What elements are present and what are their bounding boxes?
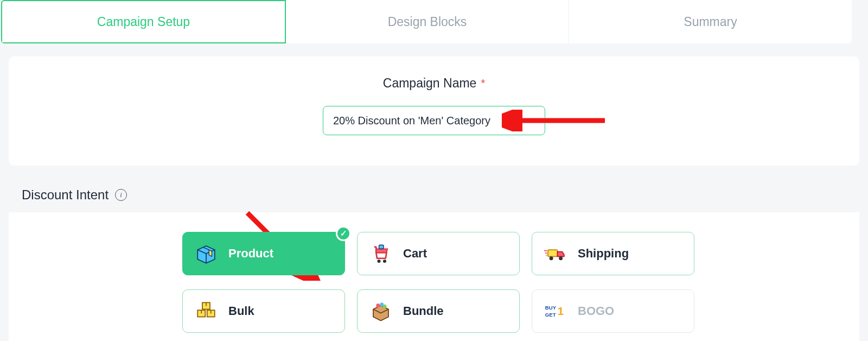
boxes-icon (195, 300, 218, 323)
tab-campaign-setup[interactable]: Campaign Setup (1, 0, 286, 43)
svg-text:1: 1 (558, 305, 564, 317)
cart-icon (369, 242, 392, 265)
box-icon (195, 242, 218, 265)
option-label: Cart (403, 247, 427, 261)
svg-rect-2 (379, 245, 384, 249)
svg-point-17 (376, 304, 380, 307)
option-label: Bulk (228, 304, 254, 318)
intent-option-cart[interactable]: Cart (357, 232, 520, 275)
bogo-icon: BUYGET1 (544, 300, 567, 323)
campaign-name-input[interactable] (323, 106, 545, 135)
svg-point-6 (550, 256, 553, 260)
intent-option-shipping[interactable]: Shipping (532, 232, 694, 275)
required-asterisk: * (481, 77, 485, 90)
option-label: BOGO (578, 304, 614, 318)
svg-text:GET: GET (545, 312, 556, 318)
svg-text:BUY: BUY (545, 305, 557, 311)
option-label: Bundle (403, 304, 444, 318)
discount-intent-header: Discount Intent i (9, 179, 859, 212)
check-icon: ✓ (336, 226, 351, 241)
svg-point-19 (383, 305, 387, 308)
wizard-tabs: Campaign Setup Design Blocks Summary (1, 0, 852, 43)
tab-label: Campaign Setup (97, 15, 190, 29)
truck-icon (544, 242, 567, 265)
svg-point-4 (383, 260, 386, 263)
svg-rect-5 (548, 250, 558, 256)
bundle-icon (369, 300, 392, 323)
intent-option-bogo: BUYGET1 BOGO (532, 289, 694, 333)
tab-label: Design Blocks (388, 15, 467, 29)
campaign-name-card: Campaign Name * (9, 56, 859, 166)
tab-label: Summary (684, 15, 737, 29)
tab-design-blocks[interactable]: Design Blocks (286, 0, 569, 43)
tab-summary[interactable]: Summary (569, 0, 852, 43)
intent-option-product[interactable]: ✓ Product (182, 232, 345, 275)
intent-option-bulk[interactable]: Bulk (182, 289, 345, 333)
svg-point-7 (559, 256, 563, 260)
option-label: Product (228, 247, 273, 261)
option-label: Shipping (578, 247, 629, 261)
intent-option-bundle[interactable]: Bundle (357, 289, 520, 333)
svg-point-3 (377, 260, 380, 263)
label-text: Campaign Name (383, 76, 477, 91)
intent-options-grid: ✓ Product Cart Shipping Bulk (182, 232, 859, 333)
info-icon[interactable]: i (115, 189, 127, 201)
section-title: Discount Intent (22, 187, 108, 203)
discount-intent-card: Discount Intent i ✓ Product Cart (9, 179, 859, 341)
campaign-name-label: Campaign Name * (9, 76, 859, 91)
